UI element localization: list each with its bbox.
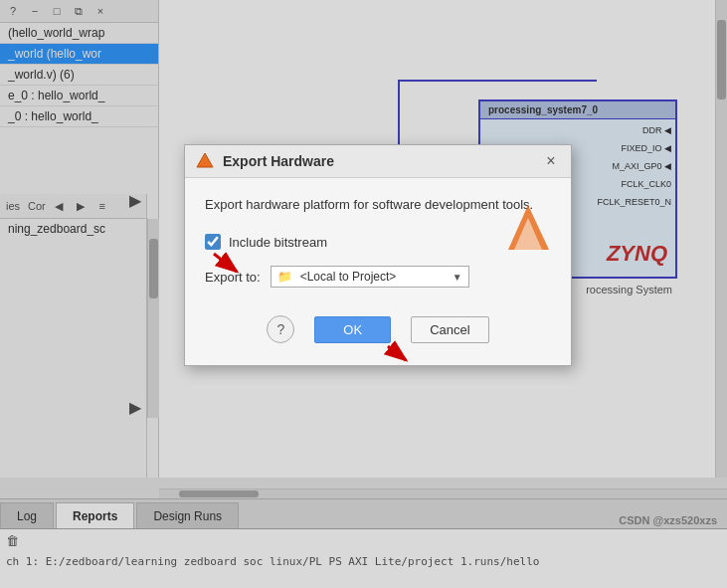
- export-to-label: Export to:: [205, 270, 261, 285]
- help-button[interactable]: ?: [267, 315, 294, 343]
- dialog-body: Export hardware platform for software de…: [185, 178, 571, 365]
- svg-marker-0: [197, 153, 213, 167]
- dialog-buttons: ? OK Cancel: [205, 307, 551, 355]
- dialog-titlebar: Export Hardware ×: [185, 145, 571, 178]
- export-to-dropdown[interactable]: 📁 <Local to Project> ▼: [271, 266, 469, 288]
- export-to-row: Export to: 📁 <Local to Project> ▼: [205, 266, 551, 288]
- folder-icon: 📁: [277, 270, 292, 284]
- include-bitstream-label: Include bitstream: [229, 235, 327, 250]
- vivado-logo-svg: [506, 200, 551, 255]
- ok-button[interactable]: OK: [314, 316, 391, 343]
- export-hardware-dialog: Export Hardware × Export hardware platfo…: [184, 144, 572, 366]
- include-bitstream-row: Include bitstream: [205, 234, 551, 250]
- cancel-button[interactable]: Cancel: [411, 316, 488, 343]
- vivado-logo-area: [506, 200, 551, 258]
- include-bitstream-checkbox[interactable]: [205, 234, 221, 250]
- dialog-title-left: Export Hardware: [195, 151, 334, 171]
- dialog-close-button[interactable]: ×: [541, 151, 561, 171]
- vivado-icon: [195, 151, 215, 171]
- dialog-title-text: Export Hardware: [223, 153, 334, 169]
- dropdown-arrow-icon: ▼: [453, 272, 462, 283]
- dialog-description: Export hardware platform for software de…: [205, 196, 551, 214]
- export-to-value: <Local to Project>: [300, 270, 397, 284]
